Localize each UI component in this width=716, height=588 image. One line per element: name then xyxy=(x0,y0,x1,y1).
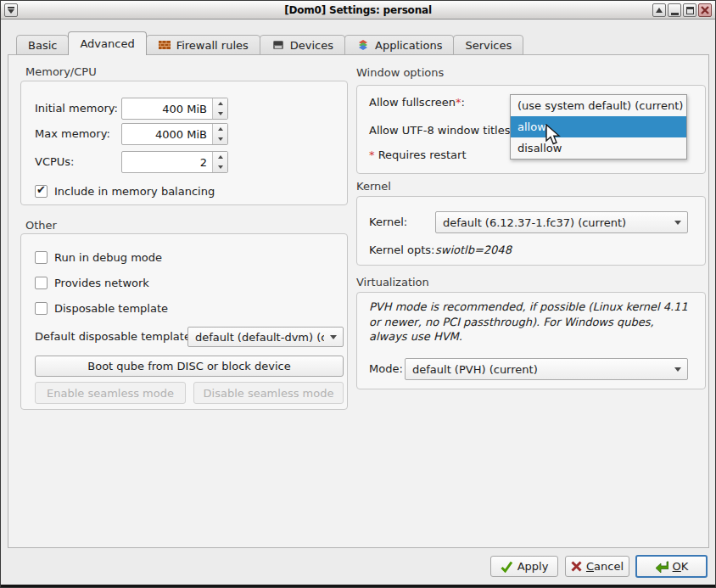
checkbox-unchecked-icon xyxy=(35,251,48,264)
checkbox-unchecked-icon xyxy=(35,302,48,315)
memory-cpu-group-title: Memory/CPU xyxy=(25,65,97,78)
memory-cpu-group: Initial memory: Max memory: VCPUs: xyxy=(20,81,348,205)
vcpus-label: VCPUs: xyxy=(35,151,74,173)
spin-up-button[interactable] xyxy=(213,152,227,162)
close-icon xyxy=(701,6,709,14)
other-group-title: Other xyxy=(25,219,57,232)
button-label: Cancel xyxy=(586,560,624,573)
disable-seamless-mode-button[interactable]: Disable seamless mode xyxy=(193,382,344,404)
window-menu-button[interactable] xyxy=(4,3,18,17)
required-asterisk: * xyxy=(369,148,375,161)
tab-bar: Basic Advanced Firewall rules xyxy=(16,31,523,55)
initial-memory-spinbox[interactable] xyxy=(121,98,228,120)
vcpus-input[interactable] xyxy=(122,152,212,172)
tab-label: Advanced xyxy=(80,37,134,50)
tab-label: Services xyxy=(465,39,512,52)
spin-down-button[interactable] xyxy=(213,109,227,119)
mouse-cursor xyxy=(545,124,565,148)
tab-label: Firewall rules xyxy=(176,39,249,52)
kernel-combo[interactable]: default (6.12.37-1.fc37) (current) xyxy=(435,211,688,233)
combo-value: default (PVH) (current) xyxy=(412,363,538,376)
kernel-opts-label: Kernel opts: xyxy=(369,244,434,256)
checkbox-label: Include in memory balancing xyxy=(54,185,215,198)
run-in-debug-mode-checkbox[interactable]: Run in debug mode xyxy=(35,251,162,264)
pvh-mode-note: PVH mode is recommended, if possible (Li… xyxy=(369,300,693,344)
button-label: Disable seamless mode xyxy=(204,387,334,400)
tab-advanced[interactable]: Advanced xyxy=(68,31,146,55)
apply-button[interactable]: Apply xyxy=(490,556,558,577)
button-label: Enable seamless mode xyxy=(47,387,174,400)
virtualization-group-title: Virtualization xyxy=(356,276,429,288)
spin-down-button[interactable] xyxy=(213,162,227,172)
chevron-down-icon xyxy=(330,335,337,339)
enable-seamless-mode-button[interactable]: Enable seamless mode xyxy=(35,382,186,404)
initial-memory-label: Initial memory: xyxy=(35,98,118,120)
shade-button[interactable] xyxy=(652,3,666,17)
max-memory-input[interactable] xyxy=(122,124,212,144)
default-disposable-template-label: Default disposable template xyxy=(35,327,191,347)
kernel-group-title: Kernel xyxy=(356,180,391,193)
maximize-button[interactable] xyxy=(683,3,696,17)
combo-value: default (default-dvm) (cur xyxy=(195,331,324,344)
spin-up-button[interactable] xyxy=(213,124,227,134)
kernel-label: Kernel: xyxy=(369,211,407,233)
tab-applications[interactable]: Applications xyxy=(344,35,454,55)
dropdown-option-system-default[interactable]: (use system default) (current) xyxy=(511,95,686,116)
allow-fullscreen-label: Allow fullscreen*: xyxy=(369,96,465,109)
max-memory-spinbox[interactable] xyxy=(121,123,228,145)
minimize-button[interactable] xyxy=(668,3,681,17)
minimize-icon xyxy=(671,13,679,15)
virtualization-group: PVH mode is recommended, if possible (Li… xyxy=(356,292,706,389)
button-label: Boot qube from DISC or block device xyxy=(87,360,290,372)
shade-icon xyxy=(656,8,663,13)
spin-down-button[interactable] xyxy=(213,134,227,144)
fullscreen-dropdown-popup: (use system default) (current) allow dis… xyxy=(510,94,687,160)
checkbox-checked-icon xyxy=(35,185,48,198)
tab-firewall-rules[interactable]: Firewall rules xyxy=(146,35,260,55)
chevron-down-icon xyxy=(674,221,681,225)
applications-icon xyxy=(356,38,370,52)
mode-label: Mode: xyxy=(369,358,403,380)
initial-memory-input[interactable] xyxy=(122,98,212,119)
devices-icon xyxy=(271,38,285,52)
allow-utf8-titles-label: Allow UTF-8 window titles*: xyxy=(369,124,519,137)
cancel-button[interactable]: Cancel xyxy=(565,556,629,577)
dropdown-option-disallow[interactable]: disallow xyxy=(511,137,686,159)
checkbox-unchecked-icon xyxy=(35,277,48,289)
settings-window: [Dom0] Settings: personal Basic Advanced xyxy=(0,0,716,588)
tab-basic[interactable]: Basic xyxy=(16,35,69,55)
titlebar[interactable]: [Dom0] Settings: personal xyxy=(1,1,715,20)
other-group: Run in debug mode Provides network Dispo… xyxy=(20,233,348,410)
combo-value: default (6.12.37-1.fc37) (current) xyxy=(443,216,626,229)
vcpus-spinbox[interactable] xyxy=(121,151,228,173)
ok-button[interactable]: OK xyxy=(635,555,708,578)
tab-services[interactable]: Services xyxy=(453,35,523,55)
tab-label: Basic xyxy=(28,39,57,52)
disposable-template-checkbox[interactable]: Disposable template xyxy=(35,302,168,315)
dropdown-option-allow[interactable]: allow xyxy=(511,116,686,137)
maximize-icon xyxy=(686,7,694,14)
checkbox-label: Provides network xyxy=(54,277,149,289)
window-menu-icon xyxy=(8,7,14,8)
window-options-group-title: Window options xyxy=(356,66,444,79)
checkbox-label: Run in debug mode xyxy=(54,251,162,264)
default-disposable-template-combo[interactable]: default (default-dvm) (cur xyxy=(187,327,344,347)
chevron-down-icon xyxy=(674,367,681,372)
check-icon xyxy=(501,561,513,573)
window-title: [Dom0] Settings: personal xyxy=(1,4,715,16)
tab-label: Devices xyxy=(290,39,333,52)
tab-label: Applications xyxy=(375,39,442,52)
checkbox-label: Disposable template xyxy=(54,302,168,315)
firewall-icon xyxy=(158,38,171,52)
requires-restart-note: * Requires restart xyxy=(369,148,467,161)
kernel-group: Kernel: default (6.12.37-1.fc37) (curren… xyxy=(356,196,706,266)
close-button[interactable] xyxy=(698,3,712,17)
provides-network-checkbox[interactable]: Provides network xyxy=(35,277,149,289)
virt-mode-combo[interactable]: default (PVH) (current) xyxy=(405,358,688,380)
tab-devices[interactable]: Devices xyxy=(260,35,345,55)
boot-qube-button[interactable]: Boot qube from DISC or block device xyxy=(35,356,344,377)
include-memory-balancing-checkbox[interactable]: Include in memory balancing xyxy=(35,185,215,198)
button-label: Apply xyxy=(517,560,549,573)
button-label: OK xyxy=(673,560,689,573)
spin-up-button[interactable] xyxy=(213,98,227,109)
